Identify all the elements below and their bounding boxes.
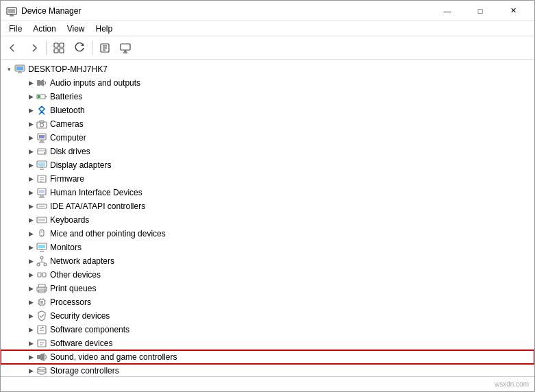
- tree-item-processors[interactable]: ▶ Processors: [1, 295, 534, 309]
- audio-icon: [36, 77, 47, 88]
- firmware-label: Firmware: [50, 174, 84, 184]
- svg-marker-91: [40, 353, 45, 361]
- print-icon: [36, 283, 47, 294]
- hid-label: Human Interface Devices: [50, 188, 142, 197]
- network-icon: [36, 256, 47, 267]
- svg-rect-82: [40, 301, 43, 304]
- device-view-button[interactable]: [49, 39, 69, 57]
- tree-root[interactable]: ▾ DESKTOP-MHJ7HK7: [1, 62, 534, 76]
- svg-rect-68: [42, 273, 46, 277]
- firmware-expand-icon[interactable]: ▶: [25, 173, 36, 184]
- toolbar: [1, 36, 534, 60]
- tree-item-other[interactable]: ▶ Other devices: [1, 268, 534, 282]
- display-expand-icon[interactable]: ▶: [25, 160, 36, 171]
- ide-icon: [36, 201, 47, 212]
- menu-action[interactable]: Action: [27, 23, 61, 35]
- battery-icon: [36, 91, 47, 102]
- bluetooth-expand-icon[interactable]: ▶: [25, 105, 36, 116]
- other-icon: [36, 269, 47, 280]
- tree-item-computer[interactable]: ▶ Computer: [1, 131, 534, 145]
- svg-rect-24: [45, 96, 47, 97]
- menu-help[interactable]: Help: [90, 23, 119, 35]
- keyboards-expand-icon[interactable]: ▶: [25, 215, 36, 225]
- device-manager-window: Device Manager — □ ✕ File Action View He…: [0, 0, 535, 392]
- disk-expand-icon[interactable]: ▶: [25, 146, 36, 157]
- properties-button[interactable]: [95, 39, 114, 57]
- tree-item-network[interactable]: ▶ Network adapters: [1, 254, 534, 268]
- menu-file[interactable]: File: [3, 23, 27, 35]
- tree-item-mice[interactable]: ▶ Mice and other pointing devices: [1, 227, 534, 241]
- monitor-button[interactable]: [116, 39, 135, 57]
- device-view-icon: [53, 42, 64, 53]
- menu-view[interactable]: View: [62, 23, 90, 35]
- tree-item-display[interactable]: ▶ Display adapters: [1, 158, 534, 172]
- security-label: Security devices: [50, 311, 110, 321]
- display-label: Display adapters: [50, 160, 111, 170]
- tree-item-storage[interactable]: ▶ Storage controllers: [1, 364, 534, 376]
- maximize-button[interactable]: □: [464, 1, 496, 21]
- back-button[interactable]: [3, 39, 23, 57]
- batteries-expand-icon[interactable]: ▶: [25, 91, 36, 102]
- tree-item-bluetooth[interactable]: ▶ Bluetooth: [1, 103, 534, 117]
- tree-item-monitors[interactable]: ▶ Monitors: [1, 241, 534, 254]
- ide-expand-icon[interactable]: ▶: [25, 201, 36, 212]
- close-button[interactable]: ✕: [497, 1, 529, 21]
- svg-point-95: [38, 371, 46, 374]
- tree-view[interactable]: ▾ DESKTOP-MHJ7HK7 ▶: [1, 60, 534, 376]
- tree-item-ide[interactable]: ▶ IDE ATA/ATAPI controllers: [1, 199, 534, 213]
- software-expand-icon[interactable]: ▶: [25, 324, 36, 335]
- svg-point-92: [38, 367, 46, 370]
- svg-rect-25: [38, 95, 40, 98]
- root-expand-icon[interactable]: ▾: [3, 64, 14, 75]
- monitors-expand-icon[interactable]: ▶: [25, 242, 36, 253]
- tree-item-batteries[interactable]: ▶ Batteries: [1, 90, 534, 103]
- minimize-button[interactable]: —: [432, 1, 463, 21]
- svg-point-63: [44, 263, 47, 266]
- tree-item-sound[interactable]: ▶ Sound, video and game controllers: [1, 350, 534, 364]
- svg-rect-7: [60, 49, 64, 53]
- forward-icon: [29, 43, 38, 53]
- tree-item-software[interactable]: ▶ Software components: [1, 323, 534, 336]
- tree-item-keyboards[interactable]: ▶ Keyboards: [1, 213, 534, 227]
- tree-item-audio[interactable]: ▶ Audio inputs and outputs: [1, 76, 534, 90]
- tree-item-software-dev[interactable]: ▶ Software devices: [1, 336, 534, 350]
- tree-item-cameras[interactable]: ▶ Cameras: [1, 117, 534, 131]
- security-icon: [36, 310, 47, 321]
- tree-item-hid[interactable]: ▶ Human Interface Devices: [1, 186, 534, 199]
- svg-point-56: [41, 235, 42, 236]
- svg-rect-67: [38, 273, 41, 277]
- svg-rect-4: [54, 43, 58, 47]
- svg-point-62: [37, 263, 40, 266]
- security-expand-icon[interactable]: ▶: [25, 310, 36, 321]
- network-expand-icon[interactable]: ▶: [25, 256, 36, 267]
- svg-marker-22: [40, 79, 44, 86]
- storage-expand-icon[interactable]: ▶: [25, 365, 36, 376]
- audio-expand-icon[interactable]: ▶: [25, 77, 36, 88]
- mouse-icon: [36, 228, 47, 239]
- print-expand-icon[interactable]: ▶: [25, 283, 36, 294]
- forward-button[interactable]: [24, 39, 43, 57]
- computer2-icon: [36, 132, 47, 143]
- svg-rect-13: [121, 44, 130, 50]
- mice-expand-icon[interactable]: ▶: [25, 228, 36, 239]
- refresh-button[interactable]: [70, 39, 89, 57]
- sound-expand-icon[interactable]: ▶: [25, 352, 36, 363]
- app-icon: [6, 5, 17, 16]
- cameras-expand-icon[interactable]: ▶: [25, 119, 36, 130]
- software-dev-expand-icon[interactable]: ▶: [25, 338, 36, 349]
- software-label: Software components: [50, 325, 129, 334]
- corner-label: wsxdn.com: [495, 380, 529, 388]
- tree-item-firmware[interactable]: ▶ Firmware: [1, 172, 534, 186]
- svg-rect-87: [38, 340, 46, 347]
- tree-item-security[interactable]: ▶ Security devices: [1, 309, 534, 323]
- tree-item-disk[interactable]: ▶ Disk drives: [1, 145, 534, 158]
- hid-expand-icon[interactable]: ▶: [25, 187, 36, 198]
- sound-icon: [36, 352, 47, 363]
- sound-label: Sound, video and game controllers: [50, 352, 177, 362]
- other-expand-icon[interactable]: ▶: [25, 269, 36, 280]
- processors-expand-icon[interactable]: ▶: [25, 297, 36, 308]
- ide-label: IDE ATA/ATAPI controllers: [50, 201, 145, 211]
- computer-expand-icon[interactable]: ▶: [25, 132, 36, 143]
- tree-item-print[interactable]: ▶ Print queues: [1, 282, 534, 295]
- title-bar: Device Manager — □ ✕: [1, 1, 534, 21]
